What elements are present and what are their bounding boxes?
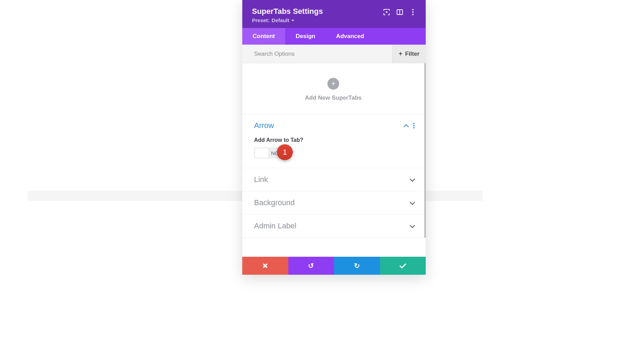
- redo-icon: ↻: [354, 262, 360, 270]
- content-scroll-inner: 1 + Add New SuperTabs Arrow Add Arrow to…: [242, 63, 426, 238]
- panel-title: SuperTabs Settings: [252, 7, 323, 16]
- settings-panel: SuperTabs Settings Preset: Default Conte…: [242, 0, 426, 275]
- panel-header: SuperTabs Settings Preset: Default: [242, 0, 426, 28]
- search-input[interactable]: [254, 51, 392, 57]
- chevron-down-icon: [410, 200, 415, 205]
- callout-badge: 1: [277, 144, 293, 160]
- preset-dropdown[interactable]: Preset: Default: [252, 17, 323, 23]
- search-bar: + Filter: [242, 45, 426, 63]
- filter-label: Filter: [405, 51, 419, 57]
- filter-button[interactable]: + Filter: [392, 45, 426, 63]
- section-arrow-controls: [404, 123, 415, 128]
- chevron-down-icon: [410, 177, 415, 182]
- undo-button[interactable]: ↺: [288, 257, 334, 275]
- tab-design[interactable]: Design: [285, 28, 326, 45]
- redo-button[interactable]: ↻: [334, 257, 380, 275]
- tab-advanced[interactable]: Advanced: [326, 28, 374, 45]
- section-arrow-body: Add Arrow to Tab? NO: [242, 137, 424, 168]
- focus-icon[interactable]: [383, 9, 390, 15]
- panel-footer: ↺ ↻: [242, 257, 426, 275]
- section-admin-label-controls: [410, 224, 415, 228]
- section-arrow: Arrow Add Arrow to Tab? NO: [242, 114, 424, 168]
- check-icon: [399, 262, 406, 269]
- cancel-button[interactable]: [242, 257, 288, 275]
- section-background: Background: [242, 191, 424, 215]
- save-button[interactable]: [380, 257, 426, 275]
- content-area: 1 + Add New SuperTabs Arrow Add Arrow to…: [242, 63, 426, 257]
- add-item-button[interactable]: +: [327, 78, 339, 90]
- section-link: Link: [242, 168, 424, 191]
- plus-icon: +: [399, 50, 403, 57]
- section-more-icon[interactable]: [413, 123, 415, 128]
- undo-icon: ↺: [308, 262, 314, 270]
- section-admin-label-header[interactable]: Admin Label: [242, 215, 424, 237]
- panel-header-actions: [383, 7, 416, 15]
- section-link-controls: [410, 177, 415, 182]
- preset-prefix: Preset:: [252, 17, 270, 23]
- preset-value: Default: [272, 17, 289, 23]
- chevron-down-icon: [410, 224, 415, 228]
- section-link-title: Link: [254, 175, 268, 184]
- panel-header-left: SuperTabs Settings Preset: Default: [252, 7, 323, 23]
- tab-content[interactable]: Content: [242, 28, 285, 45]
- chevron-up-icon[interactable]: [404, 123, 408, 128]
- caret-down-icon: [291, 20, 294, 21]
- section-background-header[interactable]: Background: [242, 191, 424, 214]
- add-item-block: + Add New SuperTabs: [242, 63, 424, 114]
- responsive-icon[interactable]: [397, 9, 403, 15]
- more-menu-icon[interactable]: [410, 9, 416, 15]
- section-link-header[interactable]: Link: [242, 168, 424, 191]
- section-background-title: Background: [254, 198, 295, 207]
- arrow-field-label: Add Arrow to Tab?: [254, 137, 413, 143]
- section-admin-label: Admin Label: [242, 215, 424, 238]
- tabs-bar: Content Design Advanced: [242, 28, 426, 45]
- close-icon: [262, 263, 268, 269]
- add-item-label: Add New SuperTabs: [305, 94, 362, 101]
- section-arrow-header[interactable]: Arrow: [242, 114, 424, 137]
- section-arrow-title: Arrow: [254, 121, 274, 130]
- section-admin-label-title: Admin Label: [254, 221, 296, 230]
- section-background-controls: [410, 200, 415, 205]
- toggle-knob: [255, 148, 268, 157]
